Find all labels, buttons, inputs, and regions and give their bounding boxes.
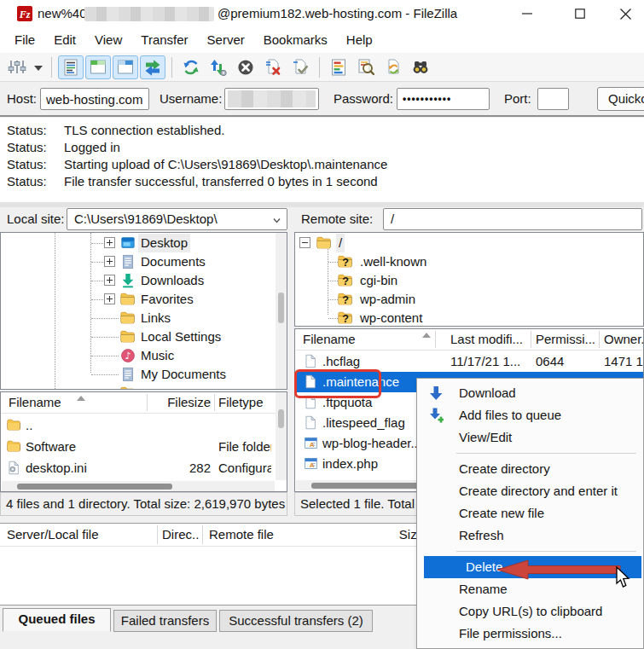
menu-item-add-to-queue[interactable]: Add files to queue [417,404,643,426]
local-site-path-combo[interactable]: C:\Users\91869\Desktop\ [67,208,287,230]
menu-item-copy-urls[interactable]: Copy URL(s) to clipboard [417,600,643,623]
scrollbar-thumb[interactable] [278,293,284,323]
tab-failed-transfers[interactable]: Failed transfers [113,610,217,632]
expand-icon[interactable] [104,237,115,248]
column-filetype[interactable]: Filetype [218,392,271,413]
tree-item-downloads[interactable]: Downloads [1,271,287,290]
tab-queued-files[interactable]: Queued files [3,608,111,632]
scrollbar-thumb[interactable] [311,483,421,489]
file-row-parent[interactable]: .. [2,415,273,436]
port-input[interactable] [537,88,569,110]
file-icon [304,354,318,368]
menu-item-label: Create directory and enter it [459,484,618,498]
menu-edit[interactable]: Edit [44,27,85,53]
menu-item-view-edit[interactable]: View/Edit [417,426,643,449]
column-last-modified[interactable]: Last modifi... [450,329,529,350]
tree-item-partial[interactable] [1,384,287,390]
find-files-button[interactable] [408,55,433,79]
process-queue-button[interactable] [206,55,231,79]
scrollbar-thumb[interactable] [278,409,284,428]
file-row-software[interactable]: Software File folder [2,437,273,457]
column-direction[interactable]: Direc... [162,524,200,546]
expand-icon[interactable] [104,275,115,286]
menu-bookmarks[interactable]: Bookmarks [254,27,337,53]
tree-item-wp-admin[interactable]: wp-admin [295,290,643,309]
column-filesize[interactable]: Filesize [149,392,211,413]
username-input[interactable] [224,88,319,110]
site-manager-icon [8,59,26,76]
menu-item-create-directory-enter[interactable]: Create directory and enter it [417,480,643,502]
local-tree-scrollbar[interactable] [276,233,287,389]
site-manager-dropdown-button[interactable] [32,55,45,79]
local-file-list: Filename Filesize Filetype .. Software F… [0,391,287,492]
menu-transfer[interactable]: Transfer [131,27,197,53]
toolbar-separator [51,57,52,78]
remote-site-path-combo[interactable]: / [383,208,642,230]
tree-item-links[interactable]: Links [1,309,287,327]
toggle-message-log-button[interactable] [58,55,84,79]
remote-tree-icon [117,59,134,76]
collapse-icon[interactable] [299,237,310,248]
tree-item-favorites[interactable]: Favorites [1,290,287,309]
tree-item-documents[interactable]: Documents [1,252,287,271]
menu-item-label: Create new file [459,506,544,520]
column-owner[interactable]: Owner... [604,329,644,350]
column-filename[interactable]: Filename [303,329,414,350]
quickconnect-button[interactable]: Quickconnect [597,87,644,111]
column-server-local-file[interactable]: Server/Local file [7,524,152,546]
refresh-button[interactable] [178,55,204,79]
reconnect-button[interactable] [287,55,313,79]
toggle-transfer-queue-button[interactable] [140,55,165,79]
column-remote-file[interactable]: Remote file [209,524,311,546]
local-list-hscrollbar[interactable] [2,481,275,491]
menu-item-create-directory[interactable]: Create directory [417,458,643,480]
expand-icon[interactable] [104,293,115,304]
tab-successful-transfers[interactable]: Successful transfers (2) [219,610,373,632]
menu-item-file-permissions[interactable]: File permissions... [417,623,643,645]
directory-comparison-button[interactable] [353,55,379,79]
expand-icon[interactable] [104,256,115,267]
tree-item-desktop[interactable]: Desktop [1,234,287,252]
toolbar-separator [319,57,320,78]
menu-item-refresh[interactable]: Refresh [417,524,643,547]
scrollbar-thumb[interactable] [17,484,172,490]
transfer-queue-icon [144,59,162,76]
horizontal-splitter[interactable] [0,202,644,207]
menu-item-create-new-file[interactable]: Create new file [417,502,643,524]
column-permissions[interactable]: Permissi... [536,329,597,350]
maximize-button[interactable] [560,0,600,27]
menu-item-download[interactable]: Download [417,382,643,404]
host-input[interactable] [40,88,149,110]
username-label: Username: [160,91,222,106]
close-button[interactable] [607,0,644,27]
tree-item-local-settings[interactable]: Local Settings [1,327,287,346]
column-filename[interactable]: Filename [9,392,73,413]
tree-item-well-known[interactable]: .well-known [295,252,643,271]
config-file-icon [7,461,21,475]
menu-file[interactable]: File [5,27,44,53]
toggle-local-tree-button[interactable] [85,55,111,79]
disconnect-button[interactable] [260,55,286,79]
synchronized-browsing-button[interactable] [380,55,406,79]
menu-help[interactable]: Help [337,27,382,53]
toggle-remote-tree-button[interactable] [113,55,138,79]
menu-bar: File Edit View Transfer Server Bookmarks… [0,27,644,53]
status-message: Starting upload of C:\Users\91869\Deskto… [64,157,387,171]
cancel-operation-button[interactable] [233,55,258,79]
menu-server[interactable]: Server [198,27,254,53]
tree-item-wp-content[interactable]: wp-content [295,309,643,327]
file-row-desktop-ini[interactable]: desktop.ini 282 Configuration [2,458,273,478]
menu-view[interactable]: View [85,27,131,53]
filezilla-app-icon [17,6,32,21]
tree-item-root[interactable]: / [295,234,643,252]
minimize-button[interactable] [508,0,547,27]
menu-item-label: Add files to queue [459,408,561,422]
tree-item-music[interactable]: Music [1,346,287,365]
password-input[interactable] [397,88,490,110]
local-list-scrollbar[interactable] [276,392,287,480]
open-site-manager-button[interactable] [4,55,30,79]
tree-item-my-documents[interactable]: My Documents [1,365,287,384]
filter-button[interactable] [326,55,351,79]
tree-item-cgi-bin[interactable]: cgi-bin [295,271,643,290]
php-file-icon [304,456,318,471]
